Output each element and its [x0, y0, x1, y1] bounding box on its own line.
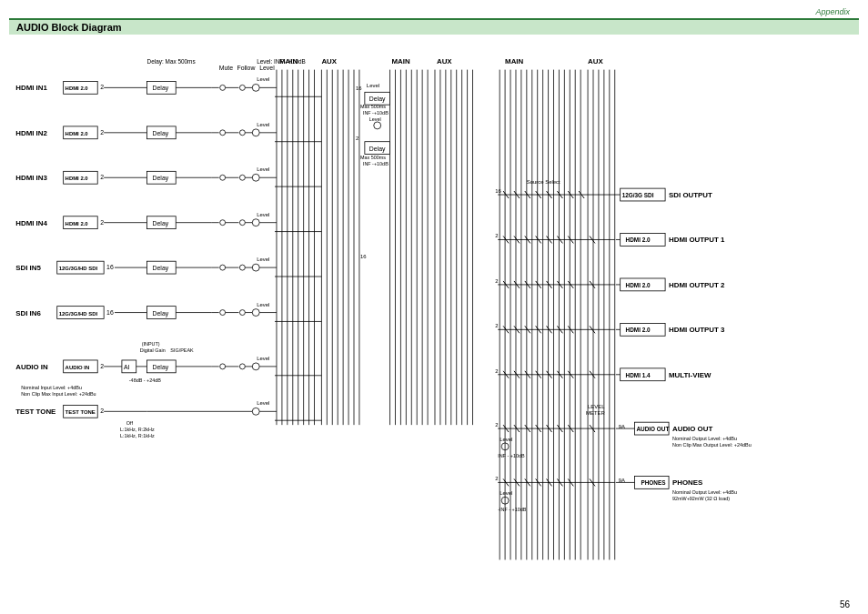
page-title: AUDIO Block Diagram — [16, 22, 122, 33]
svg-text:INF -+10dB: INF -+10dB — [363, 110, 389, 116]
svg-text:Non Clip Max Input Level: +24d: Non Clip Max Input Level: +24dBu — [21, 391, 96, 397]
svg-text:MAIN: MAIN — [392, 57, 410, 65]
svg-point-121 — [239, 310, 245, 316]
svg-point-87 — [220, 130, 226, 136]
svg-text:Max 500ms: Max 500ms — [360, 155, 386, 160]
svg-point-83 — [252, 84, 259, 91]
svg-text:L:1kHz, R:1kHz: L:1kHz, R:1kHz — [120, 433, 155, 438]
svg-point-115 — [252, 264, 259, 271]
svg-text:SDI IN6: SDI IN6 — [15, 309, 41, 317]
svg-text:AUX: AUX — [588, 57, 603, 65]
svg-text:TEST TONE: TEST TONE — [66, 409, 96, 415]
svg-text:Level: Level — [367, 83, 379, 88]
svg-text:SDI OUTPUT: SDI OUTPUT — [669, 191, 712, 199]
svg-text:HDMI 2.0: HDMI 2.0 — [66, 176, 89, 181]
svg-text:Level: Level — [257, 257, 269, 262]
svg-text:Nominal Output Level: +4dBu: Nominal Output Level: +4dBu — [672, 489, 737, 495]
svg-text:Mute: Mute — [219, 65, 234, 71]
svg-text:(INPUT): (INPUT) — [142, 341, 160, 347]
svg-point-130 — [239, 364, 245, 369]
svg-text:2: 2 — [356, 136, 358, 141]
svg-text:HDMI IN3: HDMI IN3 — [15, 174, 47, 182]
svg-text:2: 2 — [100, 408, 104, 414]
svg-text:Level: Level — [259, 65, 275, 71]
svg-text:Level: Level — [257, 302, 269, 307]
svg-text:Nominal Output Level: +4dBu: Nominal Output Level: +4dBu — [672, 436, 737, 441]
svg-text:Delay: Delay — [153, 220, 169, 227]
svg-text:2: 2 — [100, 174, 104, 180]
page-container: Appendix AUDIO Block Diagram HDMI IN1 HD… — [0, 0, 868, 614]
svg-text:12G/3G SDI: 12G/3G SDI — [622, 192, 654, 198]
svg-point-199 — [374, 122, 381, 129]
svg-text:Level: Level — [257, 122, 269, 127]
svg-text:INF - +10dB: INF - +10dB — [498, 453, 525, 458]
svg-text:MAIN: MAIN — [279, 57, 298, 65]
svg-text:Delay: Delay — [153, 175, 169, 182]
svg-text:Off: Off — [126, 420, 134, 426]
svg-text:HDMI 2.0: HDMI 2.0 — [66, 221, 89, 226]
svg-text:2: 2 — [495, 278, 498, 284]
svg-text:Delay: Delay — [153, 265, 169, 272]
svg-point-107 — [252, 219, 259, 226]
svg-text:16: 16 — [106, 264, 114, 270]
svg-text:SDI IN5: SDI IN5 — [15, 264, 41, 272]
svg-text:2: 2 — [100, 219, 104, 226]
svg-text:HDMI OUTPUT 3: HDMI OUTPUT 3 — [669, 326, 725, 334]
svg-text:AUDIO IN: AUDIO IN — [66, 365, 90, 370]
svg-text:PHONES: PHONES — [672, 478, 702, 487]
svg-text:2: 2 — [495, 368, 498, 374]
svg-point-128 — [220, 364, 226, 369]
svg-text:AUDIO OUT: AUDIO OUT — [636, 426, 669, 432]
svg-text:12G/3G/HD SDI: 12G/3G/HD SDI — [59, 266, 98, 271]
svg-text:2: 2 — [495, 323, 498, 328]
svg-text:AUX: AUX — [321, 57, 337, 65]
svg-text:Delay: Delay — [369, 96, 386, 103]
svg-text:SIG/PEAK: SIG/PEAK — [170, 347, 194, 353]
svg-text:Delay: Delay — [369, 146, 386, 153]
svg-text:-INF - +10dB: -INF - +10dB — [498, 507, 527, 512]
svg-text:HDMI OUTPUT 1: HDMI OUTPUT 1 — [669, 236, 725, 244]
svg-text:Delay: Max 500ms: Delay: Max 500ms — [147, 58, 196, 65]
svg-text:LEVEL: LEVEL — [588, 404, 605, 409]
svg-text:16: 16 — [106, 309, 114, 316]
svg-text:INF -+10dB: INF -+10dB — [363, 161, 389, 166]
svg-text:PHONES: PHONES — [641, 479, 666, 486]
svg-text:12G/3G/HD SDI: 12G/3G/HD SDI — [59, 311, 98, 317]
svg-point-95 — [220, 175, 226, 180]
svg-point-111 — [220, 265, 226, 270]
svg-text:TEST TONE: TEST TONE — [15, 408, 56, 416]
svg-point-91 — [252, 129, 259, 136]
svg-text:Max 500ms: Max 500ms — [360, 104, 386, 109]
svg-text:HDMI 2.0: HDMI 2.0 — [626, 327, 651, 333]
svg-point-89 — [239, 130, 245, 136]
svg-point-99 — [252, 174, 259, 181]
svg-text:HDMI 2.0: HDMI 2.0 — [626, 237, 651, 243]
svg-text:L:1kHz, R:2kHz: L:1kHz, R:2kHz — [120, 427, 155, 432]
svg-text:2: 2 — [495, 422, 498, 428]
svg-text:HDMI 1.4: HDMI 1.4 — [626, 372, 651, 378]
diagram-area: HDMI IN1 HDMI 2.0 2 HDMI IN2 HDMI 2.0 2 … — [9, 38, 859, 596]
svg-point-132 — [252, 363, 259, 370]
svg-text:Delay: Delay — [153, 130, 169, 137]
svg-text:2: 2 — [100, 84, 104, 90]
svg-text:HDMI 2.0: HDMI 2.0 — [66, 86, 89, 91]
svg-text:Delay: Delay — [153, 310, 169, 317]
svg-point-81 — [239, 85, 245, 90]
page-number: 56 — [840, 599, 850, 609]
svg-text:Non Clip Max Output Level: +24: Non Clip Max Output Level: +24dBu — [672, 442, 752, 448]
svg-text:AUDIO IN: AUDIO IN — [15, 363, 48, 371]
svg-point-97 — [239, 175, 245, 180]
svg-text:AUDIO OUT: AUDIO OUT — [672, 425, 712, 433]
svg-text:-48dB - +24dB: -48dB - +24dB — [129, 377, 161, 383]
svg-text:Level: Level — [500, 490, 512, 496]
svg-text:AUX: AUX — [437, 57, 452, 65]
svg-text:Follow: Follow — [237, 65, 255, 71]
svg-text:Level: Level — [257, 166, 269, 172]
svg-text:Delay: Delay — [153, 85, 169, 92]
svg-point-105 — [239, 220, 245, 226]
svg-text:2: 2 — [100, 363, 104, 369]
svg-text:16: 16 — [356, 86, 362, 91]
svg-text:Level: Level — [257, 76, 269, 82]
svg-text:Level: Level — [500, 437, 512, 442]
svg-text:AI: AI — [124, 364, 130, 370]
